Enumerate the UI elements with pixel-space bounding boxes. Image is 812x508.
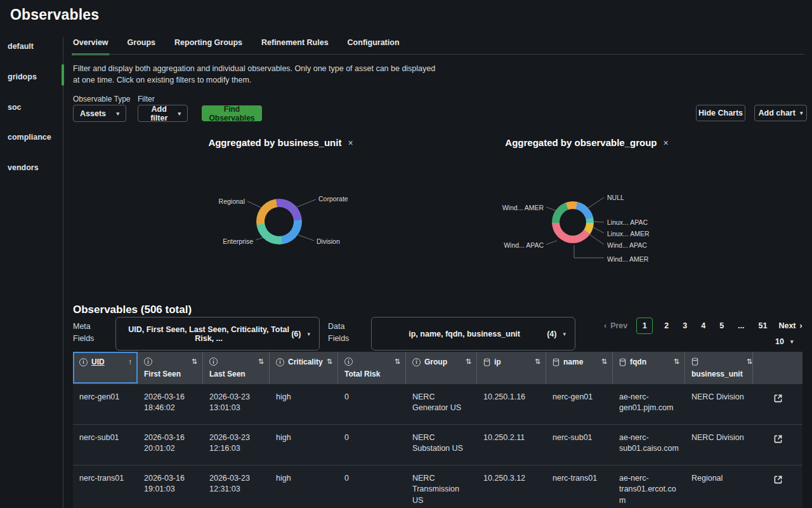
sort-icon: ⇅: [674, 358, 679, 366]
meta-fields-select[interactable]: UID, First Seen, Last Seen, Criticality,…: [115, 317, 320, 351]
tab-groups[interactable]: Groups: [128, 38, 155, 55]
info-icon: i: [79, 358, 88, 366]
prev-page-button[interactable]: ‹ Prev: [604, 321, 627, 330]
chevron-right-icon: ›: [800, 321, 802, 330]
chart-label-null: NULL: [607, 194, 624, 201]
cell-first-seen: 2026-03-16 19:01:03: [138, 465, 203, 508]
cell-last-seen: 2026-03-23 12:16:03: [203, 425, 270, 465]
column-header-name[interactable]: name ⇅: [546, 352, 613, 384]
filter-label: Filter: [138, 95, 155, 104]
tab-overview[interactable]: Overview: [73, 38, 108, 55]
column-header-last-seen[interactable]: iLast Seen ⇅: [203, 352, 270, 384]
donut-hole: [560, 209, 586, 236]
column-header-uid[interactable]: iUID ↑: [73, 352, 138, 384]
find-observables-button[interactable]: Find Observables: [202, 105, 262, 121]
page-button-1[interactable]: 1: [636, 318, 653, 334]
chart-label-wind-apac-left: Wind... APAC: [501, 241, 544, 249]
table-row: nerc-gen01 2026-03-16 18:46:02 2026-03-2…: [73, 384, 802, 424]
page-ellipsis: ...: [735, 321, 747, 330]
add-filter-button[interactable]: Add filter ▾: [138, 105, 188, 122]
next-page-button[interactable]: Next ›: [778, 321, 802, 330]
external-link-icon: [773, 474, 783, 485]
cell-fqdn: ae-nerc-sub01.caiso.com: [613, 425, 685, 465]
chart-label-wind-amer-bottom: Wind... AMER: [607, 255, 648, 263]
chart-label-linux-amer: Linux... AMER: [607, 230, 650, 237]
info-icon: i: [144, 358, 152, 366]
cell-fqdn: ae-nerc-gen01.pjm.com: [613, 384, 685, 424]
column-header-actions: [753, 352, 802, 384]
chart-label-corporate: Corporate: [318, 195, 348, 203]
page-button-51[interactable]: 51: [756, 321, 770, 330]
open-observable-button[interactable]: [773, 434, 783, 445]
column-header-group[interactable]: iGroup ⇅: [406, 352, 477, 384]
sidebar-active-indicator: [62, 64, 64, 86]
cell-fqdn: ae-nerc-trans01.ercot.com: [613, 465, 685, 508]
page-description: Filter and display both aggregation and …: [73, 64, 438, 86]
observable-type-select[interactable]: Assets ▾: [73, 105, 126, 122]
page-button-4[interactable]: 4: [698, 321, 708, 330]
cell-total-risk: 0: [338, 465, 406, 508]
chart-label-enterprise: Enterprise: [214, 237, 253, 245]
cell-group: NERC Substation US: [406, 425, 477, 465]
cell-ip: 10.250.2.11: [477, 425, 546, 465]
cell-name: nerc-gen01: [546, 384, 613, 424]
column-header-fqdn[interactable]: fqdn ⇅: [613, 352, 685, 384]
cell-uid: nerc-gen01: [73, 384, 138, 424]
column-header-total-risk[interactable]: iTotal Risk ⇅: [338, 352, 406, 384]
page-size-select[interactable]: 10 ▾: [775, 337, 793, 346]
sort-icon: ⇅: [258, 358, 264, 366]
page-button-2[interactable]: 2: [662, 321, 671, 330]
database-icon: [619, 358, 626, 366]
add-chart-button[interactable]: Add chart ▾: [754, 105, 807, 121]
page-button-3[interactable]: 3: [680, 321, 690, 330]
cell-total-risk: 0: [338, 384, 406, 424]
observable-type-value: Assets: [80, 109, 106, 118]
open-observable-button[interactable]: [773, 474, 783, 486]
cell-first-seen: 2026-03-16 18:46:02: [138, 384, 203, 424]
database-icon: [691, 358, 698, 366]
info-icon: i: [412, 358, 421, 366]
chevron-left-icon: ‹: [604, 321, 606, 330]
column-header-ip[interactable]: ip ⇅: [477, 352, 546, 384]
page-title: Observables: [10, 6, 99, 23]
tab-reporting-groups[interactable]: Reporting Groups: [174, 38, 242, 55]
sort-icon: ⇅: [601, 358, 607, 366]
tab-configuration[interactable]: Configuration: [348, 38, 400, 55]
sort-icon: ⇅: [192, 358, 197, 366]
sidebar-item-soc[interactable]: soc: [8, 103, 60, 112]
hide-charts-button[interactable]: Hide Charts: [696, 105, 745, 121]
column-header-first-seen[interactable]: iFirst Seen ⇅: [138, 352, 203, 384]
meta-fields-count: (6): [291, 330, 301, 338]
database-icon: [553, 358, 560, 366]
tab-bar: Overview Groups Reporting Groups Refinem…: [73, 38, 400, 55]
data-fields-select[interactable]: ip, name, fqdn, business_unit (4) ▾: [371, 317, 575, 351]
table-row: nerc-trans01 2026-03-16 19:01:03 2026-03…: [73, 465, 802, 508]
open-observable-button[interactable]: [773, 393, 783, 404]
cell-name: nerc-trans01: [546, 465, 613, 508]
chart-label-wind-apac-right: Wind... APAC: [607, 241, 647, 249]
database-icon: [483, 358, 490, 366]
sidebar-item-default[interactable]: default: [8, 42, 60, 51]
sort-icon: ⇅: [535, 358, 540, 366]
tab-refinement-rules[interactable]: Refinement Rules: [261, 38, 329, 55]
chart-label-regional: Regional: [204, 197, 245, 205]
sort-asc-icon: ↑: [128, 358, 132, 366]
page-button-5[interactable]: 5: [717, 321, 726, 330]
cell-last-seen: 2026-03-23 13:01:03: [203, 384, 270, 424]
info-icon: i: [209, 358, 218, 366]
chevron-down-icon: ▾: [307, 331, 310, 337]
sort-icon: ⇅: [466, 358, 471, 366]
cell-group: NERC Transmission US: [406, 465, 477, 508]
data-fields-label: Data Fields: [328, 321, 360, 345]
chevron-down-icon: ▾: [563, 331, 566, 337]
cell-first-seen: 2026-03-16 20:01:02: [138, 425, 203, 465]
cell-group: NERC Generator US: [406, 384, 477, 424]
column-header-business-unit[interactable]: business_unit ⇅: [685, 352, 753, 384]
chart-label-wind-amer-left: Wind... AMER: [501, 204, 544, 211]
column-header-criticality[interactable]: iCriticality ⇅: [270, 352, 338, 384]
sidebar-item-gridops[interactable]: gridops: [8, 72, 60, 81]
observables-heading: Observables (506 total): [73, 304, 192, 316]
sort-icon: ⇅: [747, 358, 752, 366]
info-icon: i: [276, 358, 284, 366]
chart-leader-lines: [0, 133, 812, 300]
